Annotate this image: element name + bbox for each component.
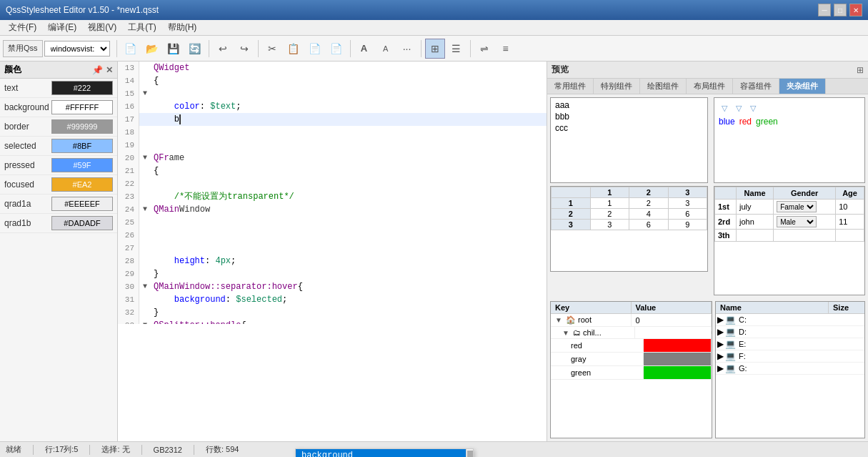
kv-row-root[interactable]: ▼ 🏠 root 0 — [551, 314, 712, 327]
redo-button[interactable]: ↪ — [234, 39, 254, 59]
file-row-C[interactable]: ▶ 💻 C: — [716, 314, 864, 326]
tab-layout[interactable]: 布局组件 — [687, 79, 733, 94]
font-bigger[interactable]: A — [354, 39, 374, 59]
name-empty[interactable] — [737, 230, 774, 242]
autocomplete-scrollbar[interactable] — [466, 449, 473, 457]
list-item-aaa[interactable]: aaa — [552, 99, 706, 111]
close-panel-icon[interactable]: ✕ — [106, 65, 113, 75]
name-july[interactable]: july — [737, 200, 774, 215]
autocomplete-dropdown[interactable]: background background-attachment backgro… — [295, 448, 474, 457]
color-swatch-qrad1b[interactable]: #DADADF — [51, 216, 113, 230]
paste-button[interactable]: 📄 — [305, 39, 325, 59]
gender-select-2[interactable]: Male Famale — [777, 216, 817, 227]
gender-empty[interactable] — [774, 230, 836, 242]
save-button[interactable]: 💾 — [164, 39, 184, 59]
color-panel-title: 颜色 — [4, 64, 21, 76]
file-row-G[interactable]: ▶ 💻 G: — [716, 363, 864, 375]
style-select[interactable]: windowsvist: — [44, 41, 110, 56]
toolbar-sep-3 — [258, 40, 259, 57]
menu-help[interactable]: 帮助(H) — [162, 20, 203, 35]
editor-panel[interactable]: 13 QWidget 14 { 15 ▼ 16 color: $text; 17 — [118, 62, 547, 441]
list-widget[interactable]: aaa bbb ccc — [550, 97, 708, 183]
tab-common[interactable]: 常用组件 — [547, 79, 594, 94]
font-smaller[interactable]: A — [376, 39, 396, 59]
table-widget[interactable]: 1 2 3 1 1 2 3 — [550, 186, 708, 272]
swap-button[interactable]: ⇌ — [474, 39, 494, 59]
gender-select-1[interactable]: Famale Male — [777, 201, 817, 212]
reload-button[interactable]: 🔄 — [185, 39, 205, 59]
indent-button[interactable]: ≡ — [496, 39, 516, 59]
table-cell-33[interactable]: 9 — [668, 220, 707, 230]
code-area[interactable]: 13 QWidget 14 { 15 ▼ 16 color: $text; 17 — [118, 62, 547, 324]
new-button[interactable]: 📄 — [121, 39, 141, 59]
color-swatch-text[interactable]: #222 — [51, 81, 113, 95]
minimize-button[interactable]: ─ — [818, 4, 831, 16]
preview-expand-icon[interactable]: ⊞ — [857, 65, 864, 75]
age-empty[interactable] — [836, 230, 864, 242]
pin-icon[interactable]: 📌 — [92, 65, 103, 75]
filter-icon-2[interactable]: ▽ — [733, 102, 744, 114]
table-cell-12[interactable]: 2 — [629, 198, 669, 209]
color-swatch-focused[interactable]: #EA2 — [51, 177, 113, 192]
color-swatch-pressed[interactable]: #59F — [51, 158, 113, 172]
kv-row-gray[interactable]: gray — [551, 353, 712, 366]
list-item-bbb[interactable]: bbb — [552, 111, 706, 122]
ac-item-background[interactable]: background — [296, 449, 473, 457]
find-button[interactable]: 📄 — [326, 39, 346, 59]
filter-icon-3[interactable]: ▽ — [747, 102, 759, 114]
kv-row-child[interactable]: ▼ 🗂 chil... — [551, 327, 712, 339]
age-10[interactable]: 10 — [836, 200, 864, 215]
gender-female[interactable]: Famale Male — [774, 200, 836, 215]
gender-male[interactable]: Male Famale — [774, 215, 836, 230]
file-row-F[interactable]: ▶ 💻 F: — [716, 350, 864, 363]
tab-special[interactable]: 特别组件 — [594, 79, 640, 94]
age-11[interactable]: 11 — [836, 215, 864, 230]
copy-button[interactable]: 📋 — [284, 39, 304, 59]
table-cell-13[interactable]: 3 — [668, 198, 707, 209]
menu-file[interactable]: 文件(F) — [3, 20, 42, 35]
file-row-E[interactable]: ▶ 💻 E: — [716, 338, 864, 350]
menu-tools[interactable]: 工具(T) — [122, 20, 161, 35]
list-item-ccc[interactable]: ccc — [552, 122, 706, 134]
maximize-button[interactable]: □ — [834, 4, 847, 16]
table-cell-31[interactable]: 3 — [590, 220, 629, 230]
status-position: 行:17列:5 — [45, 444, 78, 455]
menu-edit[interactable]: 编译(E) — [42, 20, 82, 35]
kv-row-red[interactable]: red — [551, 339, 712, 353]
menu-view[interactable]: 视图(V) — [82, 20, 122, 35]
color-swatch-background[interactable]: #FFFFFF — [51, 100, 113, 114]
disable-qss-button[interactable]: 禁用Qss — [3, 40, 43, 57]
tab-container[interactable]: 容器组件 — [733, 79, 779, 94]
table-cell-11[interactable]: 1 — [590, 198, 629, 209]
kv-widget[interactable]: Key Value ▼ 🏠 root 0 ▼ 🗂 chil... — [550, 301, 712, 438]
cut-button[interactable]: ✂ — [262, 39, 282, 59]
more-button[interactable]: ··· — [397, 39, 417, 59]
table-cell-23[interactable]: 6 — [668, 209, 707, 220]
tab-draw[interactable]: 绘图组件 — [640, 79, 687, 94]
code-line-29: 29 } — [118, 267, 547, 280]
line-content-13: QWidget — [151, 62, 547, 74]
autocomplete-scroll-thumb[interactable] — [467, 451, 473, 457]
filter-icon-1[interactable]: ▽ — [719, 102, 730, 114]
grid-button[interactable]: ⊞ — [425, 39, 445, 59]
tab-mixed[interactable]: 夹杂组件 — [779, 79, 826, 94]
close-button[interactable]: ✕ — [849, 4, 862, 16]
color-swatch-qrad1a[interactable]: #EEEEEF — [51, 197, 113, 211]
color-swatch-selected[interactable]: #8BF — [51, 139, 113, 153]
code-line-21: 21 { — [118, 164, 547, 177]
name-john[interactable]: john — [737, 215, 774, 230]
file-row-D[interactable]: ▶ 💻 D: — [716, 326, 864, 338]
table-cell-21[interactable]: 2 — [590, 209, 629, 220]
open-button[interactable]: 📂 — [142, 39, 162, 59]
file-tree[interactable]: Name Size ▶ 💻 C: ▶ 💻 D: ▶ — [715, 301, 865, 438]
color-swatch-border[interactable]: #999999 — [51, 119, 113, 134]
table-cell-22[interactable]: 4 — [629, 209, 669, 220]
list-button[interactable]: ☰ — [447, 39, 467, 59]
kv-row-green[interactable]: green — [551, 366, 712, 380]
table-cell-32[interactable]: 6 — [629, 220, 669, 230]
line-num-30: 30 — [118, 280, 139, 293]
tree-table-widget[interactable]: Name Gender Age 1st july — [714, 186, 865, 295]
code-line-24: 24 ▼ QMainWindow — [118, 203, 547, 216]
line-content-20: QFrame — [151, 152, 547, 164]
undo-button[interactable]: ↩ — [213, 39, 233, 59]
